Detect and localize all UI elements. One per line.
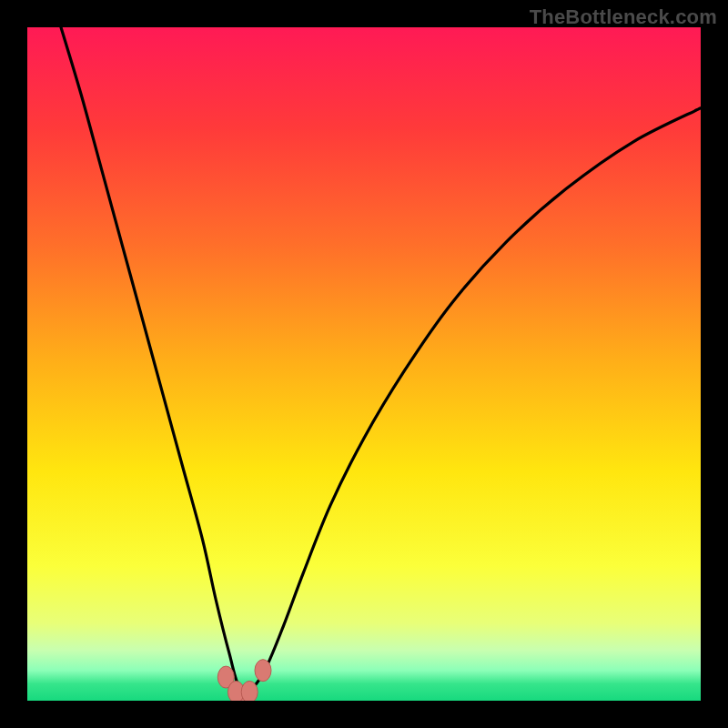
curve-marker	[241, 681, 258, 701]
curve-marker	[255, 660, 271, 682]
outer-frame: TheBottleneck.com	[0, 0, 728, 728]
chart-svg	[27, 27, 701, 701]
gradient-background	[27, 27, 701, 701]
plot-area	[27, 27, 701, 701]
watermark-text: TheBottleneck.com	[530, 5, 717, 29]
